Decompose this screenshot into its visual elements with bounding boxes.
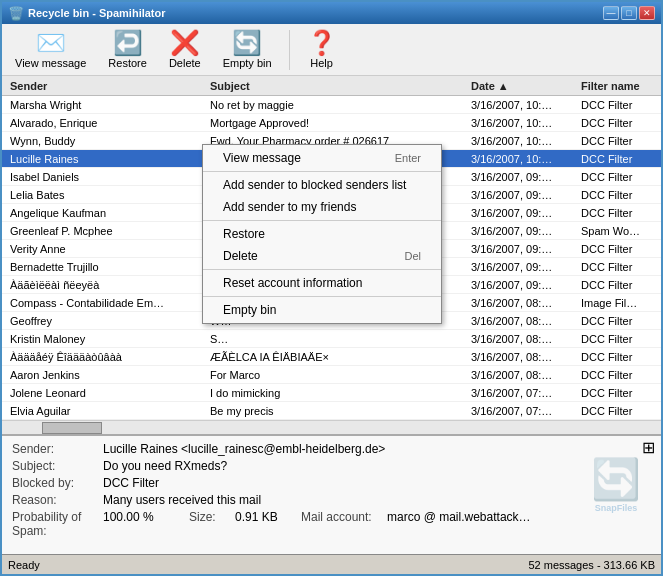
cell-subject: Mortgage Approved! (206, 117, 467, 129)
toolbar: ✉️ View message ↩️ Restore ❌ Delete 🔄 Em… (2, 24, 661, 76)
mail-value: marco @ mail.webattack… (387, 510, 651, 538)
subject-value: Do you need RXmeds? (103, 459, 651, 473)
ctx-item-label: Delete (223, 249, 258, 263)
help-label: Help (310, 57, 333, 69)
cell-date: 3/16/2007, 09:… (467, 225, 577, 237)
col-header-subject[interactable]: Subject (206, 80, 467, 92)
email-list-container: Marsha Wright No ret by maggie 3/16/2007… (2, 96, 661, 420)
context-menu-item-restore[interactable]: Restore (203, 223, 441, 245)
cell-date: 3/16/2007, 09:… (467, 189, 577, 201)
restore-label: Restore (108, 57, 147, 69)
cell-sender: Angelique Kaufman (6, 207, 206, 219)
prob-value: 100.00 % (103, 510, 183, 538)
table-row[interactable]: Jolene Leonard I do mimicking 3/16/2007,… (2, 384, 661, 402)
subject-label: Subject: (12, 459, 97, 473)
cell-sender: Lucille Raines (6, 153, 206, 165)
delete-button[interactable]: ❌ Delete (162, 28, 208, 72)
cell-sender: Lelia Bates (6, 189, 206, 201)
cell-date: 3/16/2007, 07:… (467, 405, 577, 417)
snapfiles-logo: 🔄 SnapFiles (591, 456, 641, 513)
cell-date: 3/16/2007, 09:… (467, 261, 577, 273)
cell-filter: DCC Filter (577, 387, 657, 399)
table-row[interactable]: Àäääåéÿ Êîäääàòûâàà ÆÃÈLCA IA ÊIÄBIAÄE× … (2, 348, 661, 366)
close-button[interactable]: ✕ (639, 6, 655, 20)
cell-subject: I do mimicking (206, 387, 467, 399)
help-icon: ❓ (307, 31, 337, 55)
context-menu-separator (203, 269, 441, 270)
preview-stats-row: Probability of Spam: 100.00 % Size: 0.91… (12, 510, 651, 538)
cell-filter: DCC Filter (577, 405, 657, 417)
prob-label: Probability of Spam: (12, 510, 97, 538)
empty-bin-button[interactable]: 🔄 Empty bin (216, 28, 279, 72)
context-menu-separator (203, 171, 441, 172)
cell-filter: DCC Filter (577, 189, 657, 201)
cell-subject: No ret by maggie (206, 99, 467, 111)
window-title: Recycle bin - Spamihilator (28, 7, 166, 19)
table-row[interactable]: Aaron Jenkins For Marco 3/16/2007, 08:… … (2, 366, 661, 384)
context-menu-item-delete[interactable]: DeleteDel (203, 245, 441, 267)
col-header-filter[interactable]: Filter name (577, 80, 657, 92)
expand-button[interactable]: ⊞ (642, 438, 655, 457)
size-value: 0.91 KB (235, 510, 295, 538)
help-button[interactable]: ❓ Help (300, 28, 344, 72)
cell-sender: Bernadette Trujillo (6, 261, 206, 273)
status-bar: Ready 52 messages - 313.66 KB (2, 554, 661, 574)
cell-subject: Be my precis (206, 405, 467, 417)
table-row[interactable]: Alvarado, Enrique Mortgage Approved! 3/1… (2, 114, 661, 132)
view-message-button[interactable]: ✉️ View message (8, 28, 93, 72)
cell-date: 3/16/2007, 08:… (467, 297, 577, 309)
preview-panel: ⊞ Sender: Lucille Raines <lucille_raines… (2, 434, 661, 554)
cell-sender: Kristin Maloney (6, 333, 206, 345)
view-message-icon: ✉️ (36, 31, 66, 55)
sender-value: Lucille Raines <lucille_rainesc@embl-hei… (103, 442, 651, 456)
h-scrollbar-thumb[interactable] (42, 422, 102, 434)
cell-filter: DCC Filter (577, 243, 657, 255)
context-menu-item-add-friends[interactable]: Add sender to my friends (203, 196, 441, 218)
restore-button[interactable]: ↩️ Restore (101, 28, 154, 72)
restore-icon: ↩️ (113, 31, 143, 55)
empty-bin-label: Empty bin (223, 57, 272, 69)
cell-date: 3/16/2007, 10:… (467, 117, 577, 129)
size-label: Size: (189, 510, 229, 538)
context-menu-item-view-message[interactable]: View messageEnter (203, 147, 441, 169)
cell-sender: Alvarado, Enrique (6, 117, 206, 129)
delete-icon: ❌ (170, 31, 200, 55)
ctx-item-label: Add sender to my friends (223, 200, 356, 214)
context-menu-item-empty-bin[interactable]: Empty bin (203, 299, 441, 321)
preview-blocked-row: Blocked by: DCC Filter (12, 476, 651, 490)
cell-filter: DCC Filter (577, 351, 657, 363)
table-row[interactable]: Marsha Wright No ret by maggie 3/16/2007… (2, 96, 661, 114)
empty-bin-icon: 🔄 (232, 31, 262, 55)
ctx-item-shortcut: Del (404, 250, 421, 262)
cell-date: 3/16/2007, 07:… (467, 387, 577, 399)
context-menu-separator (203, 220, 441, 221)
maximize-button[interactable]: □ (621, 6, 637, 20)
title-bar-left: 🗑️ Recycle bin - Spamihilator (8, 6, 166, 21)
cell-filter: DCC Filter (577, 279, 657, 291)
preview-subject-row: Subject: Do you need RXmeds? (12, 459, 651, 473)
cell-filter: DCC Filter (577, 315, 657, 327)
col-header-date[interactable]: Date ▲ (467, 80, 577, 92)
cell-sender: Greenleaf P. Mcphee (6, 225, 206, 237)
cell-date: 3/16/2007, 09:… (467, 279, 577, 291)
minimize-button[interactable]: — (603, 6, 619, 20)
cell-sender: Àäãèìëëàì ñëeyëà (6, 279, 206, 291)
col-header-sender[interactable]: Sender (6, 80, 206, 92)
cell-date: 3/16/2007, 10:… (467, 99, 577, 111)
cell-filter: Spam Wo… (577, 225, 657, 237)
ctx-item-label: Restore (223, 227, 265, 241)
expand-icon[interactable]: ⊞ (642, 439, 655, 456)
context-menu-item-add-blocked[interactable]: Add sender to blocked senders list (203, 174, 441, 196)
table-row[interactable]: Elvia Aguilar Be my precis 3/16/2007, 07… (2, 402, 661, 420)
reason-label: Reason: (12, 493, 97, 507)
horizontal-scrollbar[interactable] (2, 420, 661, 434)
context-menu-item-reset-account[interactable]: Reset account information (203, 272, 441, 294)
blocked-value: DCC Filter (103, 476, 651, 490)
table-row[interactable]: Kristin Maloney S… 3/16/2007, 08:… DCC F… (2, 330, 661, 348)
blocked-label: Blocked by: (12, 476, 97, 490)
cell-filter: DCC Filter (577, 207, 657, 219)
cell-sender: Geoffrey (6, 315, 206, 327)
mail-label: Mail account: (301, 510, 381, 538)
cell-subject: ÆÃÈLCA IA ÊIÄBIAÄE× (206, 351, 467, 363)
cell-sender: Àäääåéÿ Êîäääàòûâàà (6, 351, 206, 363)
